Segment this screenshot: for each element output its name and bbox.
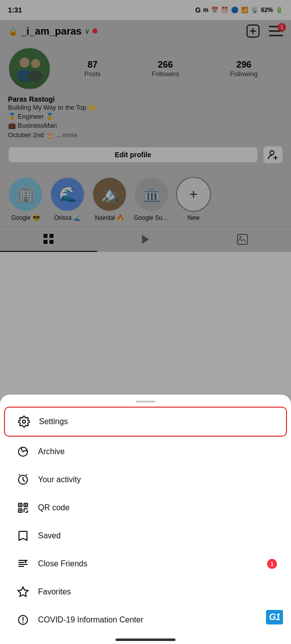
covid-icon xyxy=(16,614,30,626)
svg-marker-41 xyxy=(18,587,28,596)
menu-item-your-activity[interactable]: Your activity xyxy=(4,466,287,494)
bottom-sheet: Settings Archive Your activity xyxy=(0,395,291,644)
settings-label: Settings xyxy=(39,417,68,426)
menu-item-covid[interactable]: COVID-19 Information Center xyxy=(4,606,287,634)
menu-item-saved[interactable]: Saved xyxy=(4,522,287,550)
svg-rect-28 xyxy=(20,504,21,506)
activity-icon xyxy=(16,474,30,486)
favorites-label: Favorites xyxy=(38,587,71,596)
qr-code-label: QR code xyxy=(38,503,70,512)
settings-icon xyxy=(17,416,31,428)
svg-rect-30 xyxy=(20,510,21,511)
watermark: G1 GROI xyxy=(266,610,283,630)
saved-label: Saved xyxy=(38,531,60,540)
close-friends-label: Close Friends xyxy=(38,559,88,568)
your-activity-label: Your activity xyxy=(38,475,81,484)
covid-label: COVID-19 Information Center xyxy=(38,615,144,624)
menu-item-settings[interactable]: Settings xyxy=(4,407,287,437)
svg-point-22 xyxy=(22,420,26,423)
close-friends-badge: 1 xyxy=(267,559,277,569)
menu-item-favorites[interactable]: Favorites xyxy=(4,578,287,606)
watermark-box: G1 xyxy=(266,610,283,624)
svg-rect-29 xyxy=(25,504,26,506)
menu-item-qr-code[interactable]: QR code xyxy=(4,494,287,522)
close-friends-icon xyxy=(16,558,30,570)
sheet-handle-bar xyxy=(0,395,291,406)
menu-item-close-friends[interactable]: Close Friends 1 xyxy=(4,550,287,578)
home-indicator xyxy=(116,638,176,641)
watermark-sub: GROI xyxy=(266,625,283,630)
watermark-text: G1 xyxy=(269,612,280,622)
menu-item-archive[interactable]: Archive xyxy=(4,438,287,466)
archive-label: Archive xyxy=(38,447,64,456)
archive-icon xyxy=(16,446,30,458)
sheet-handle xyxy=(136,401,156,403)
favorites-icon xyxy=(16,586,30,598)
qr-code-icon xyxy=(16,502,30,514)
svg-point-44 xyxy=(22,622,24,623)
saved-icon xyxy=(16,530,30,542)
